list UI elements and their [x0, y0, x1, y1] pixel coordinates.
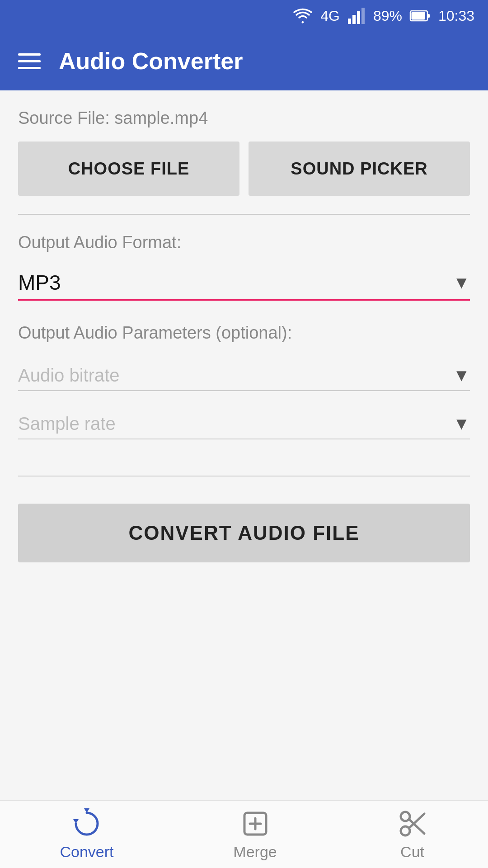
- format-selected-value: MP3: [18, 270, 453, 295]
- nav-item-cut[interactable]: Cut: [397, 808, 428, 861]
- output-format-label: Output Audio Format:: [18, 233, 470, 252]
- bitrate-dropdown-arrow: ▼: [453, 366, 470, 385]
- choose-file-button[interactable]: CHOOSE FILE: [18, 142, 239, 196]
- samplerate-dropdown-wrapper: Sample rate ▼: [18, 414, 470, 439]
- divider-2: [18, 476, 470, 476]
- nav-label-merge: Merge: [233, 843, 277, 861]
- file-buttons-row: CHOOSE FILE SOUND PICKER: [18, 142, 470, 196]
- status-icons: 4G 89% 10:33: [293, 8, 474, 24]
- convert-icon: [71, 808, 103, 840]
- hamburger-line-3: [18, 67, 41, 69]
- svg-rect-2: [357, 11, 360, 24]
- samplerate-dropdown-arrow: ▼: [453, 414, 470, 434]
- sound-picker-button[interactable]: SOUND PICKER: [249, 142, 470, 196]
- status-bar: 4G 89% 10:33: [0, 0, 488, 32]
- samplerate-dropdown[interactable]: Sample rate ▼: [18, 414, 470, 439]
- nav-label-convert: Convert: [60, 843, 113, 861]
- svg-rect-3: [361, 8, 365, 24]
- app-title: Audio Converter: [59, 47, 243, 75]
- format-dropdown[interactable]: MP3 ▼: [18, 270, 470, 301]
- nav-label-cut: Cut: [400, 843, 424, 861]
- format-dropdown-wrapper: MP3 ▼: [18, 270, 470, 301]
- hamburger-line-2: [18, 60, 41, 62]
- merge-icon: [239, 808, 271, 840]
- svg-rect-6: [427, 14, 430, 18]
- samplerate-placeholder: Sample rate: [18, 414, 453, 434]
- cut-icon: [397, 808, 428, 840]
- bitrate-dropdown[interactable]: Audio bitrate ▼: [18, 365, 470, 391]
- hamburger-line-1: [18, 53, 41, 56]
- app-bar: Audio Converter: [0, 32, 488, 90]
- battery-label: 89%: [373, 8, 402, 24]
- params-label: Output Audio Parameters (optional):: [18, 323, 470, 343]
- svg-rect-1: [352, 15, 356, 24]
- source-file-label: Source File: sample.mp4: [18, 108, 470, 128]
- nav-item-merge[interactable]: Merge: [233, 808, 277, 861]
- main-content: Source File: sample.mp4 CHOOSE FILE SOUN…: [0, 90, 488, 800]
- network-label: 4G: [320, 8, 340, 24]
- bitrate-dropdown-wrapper: Audio bitrate ▼: [18, 365, 470, 391]
- bottom-nav: Convert Merge Cut: [0, 800, 488, 868]
- format-dropdown-arrow: ▼: [453, 273, 470, 292]
- svg-rect-0: [348, 19, 351, 24]
- svg-rect-5: [411, 12, 425, 20]
- convert-audio-button[interactable]: CONVERT AUDIO FILE: [18, 504, 470, 562]
- signal-icon: [348, 8, 365, 24]
- wifi-icon: [293, 8, 312, 24]
- hamburger-menu-icon[interactable]: [18, 53, 41, 69]
- time-label: 10:33: [438, 8, 474, 24]
- nav-item-convert[interactable]: Convert: [60, 808, 113, 861]
- divider-1: [18, 214, 470, 215]
- bitrate-placeholder: Audio bitrate: [18, 365, 453, 386]
- battery-icon: [410, 10, 430, 22]
